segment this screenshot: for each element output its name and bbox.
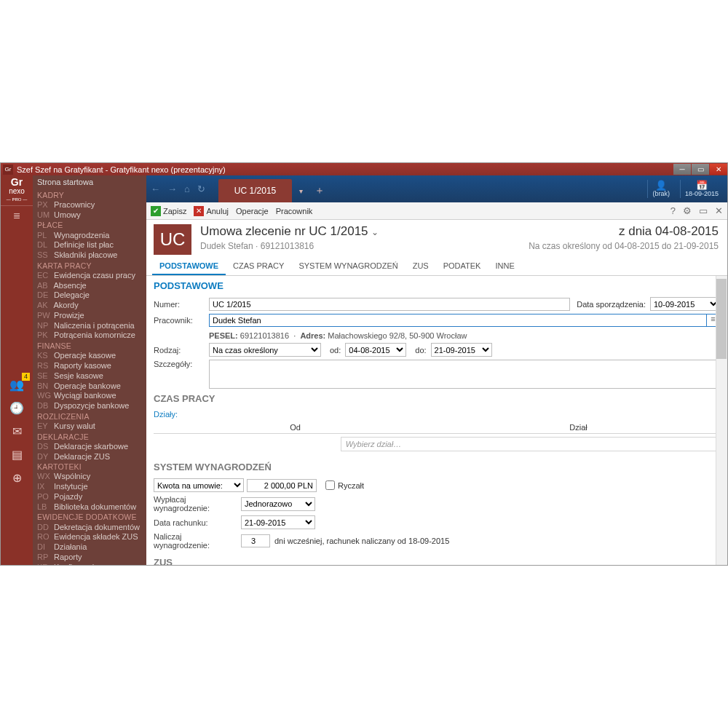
naliczaj-input[interactable] [241,534,270,547]
sidebar-item[interactable]: DI Działania [33,542,146,553]
doc-title[interactable]: Umowa zlecenie nr UC 1/2015 ⌄ [200,224,520,239]
nav-home-icon[interactable]: ⌂ [184,183,190,194]
tab-dropdown-icon[interactable]: ▾ [299,179,303,202]
scrollbar-track[interactable] [716,276,727,565]
nav-refresh-icon[interactable]: ↻ [197,183,205,194]
pracownik-label: Pracownik: [154,316,209,325]
window-close-button[interactable]: ✕ [710,164,727,175]
close-panel-icon[interactable]: ✕ [715,205,723,216]
inner-tab[interactable]: CZAS PRACY [226,258,291,275]
clock-icon[interactable]: 🕘 [5,397,28,418]
user-icon: 👤 [652,181,670,191]
od-date-select[interactable]: 04-08-2015 [345,343,406,357]
sidebar-item[interactable]: RO Ewidencja składek ZUS [33,532,146,542]
naliczaj-suffix: dni wcześniej, rachunek naliczany od 18-… [270,537,449,545]
pracownik-input[interactable] [209,314,707,327]
help-icon[interactable]: ? [670,205,676,216]
scrollbar-thumb[interactable] [716,279,727,359]
rodzaj-select[interactable]: Na czas określony [209,343,321,357]
hamburger-icon[interactable]: ≡ [1,205,33,226]
wyplacaj-select[interactable]: Jednorazowo [241,497,315,511]
employee-menu[interactable]: Pracownik [276,207,313,215]
logo-line1: Gr [11,176,23,188]
sidebar-item[interactable]: DL Definicje list płac [33,240,146,250]
szczegoly-textarea[interactable] [209,360,720,389]
inner-tab[interactable]: PODATEK [436,258,488,275]
inner-tab[interactable]: PODSTAWOWE [152,258,226,275]
sidebar-item[interactable]: LB Biblioteka dokumentów [33,502,146,513]
sidebar-item[interactable]: IX Instytucje [33,482,146,492]
sidebar-item[interactable]: AK Akordy [33,301,146,311]
save-button[interactable]: ✔Zapisz [151,206,186,216]
sidebar-item[interactable]: WG Wyciągi bankowe [33,391,146,401]
window-minimize-button[interactable]: ─ [673,164,691,175]
maximize-panel-icon[interactable]: ▭ [699,205,708,216]
inner-tab[interactable]: ZUS [405,258,436,275]
sidebar-item[interactable]: KS Operacje kasowe [33,351,146,361]
window-maximize-button[interactable]: ▭ [692,164,709,175]
sidebar-group: ROZLICZENIA [33,411,146,422]
kwota-type-select[interactable]: Kwota na umowie: [154,478,244,492]
cert-icon[interactable]: ▤ [5,444,28,464]
user-indicator[interactable]: 👤(brak) [647,180,674,198]
do-date-select[interactable]: 21-09-2015 [431,343,492,357]
gear-icon[interactable]: ⚙ [683,205,692,216]
sidebar-item[interactable]: PW Prowizje [33,311,146,321]
logo-line2: nexo [9,187,25,195]
szczegoly-label: Szczegóły: [154,360,209,368]
sidebar-item[interactable]: DS Deklaracje skarbowe [33,442,146,452]
tab-add-icon[interactable]: ＋ [314,179,325,202]
doc-type-badge: UC [154,224,191,255]
sidebar-group: DEKLARACJE [33,432,146,442]
ryczalt-checkbox[interactable] [325,480,335,490]
cancel-button[interactable]: ✕Anuluj [194,206,229,216]
sidebar-item[interactable]: PL Wynagrodzenia [33,231,146,241]
sidebar-item[interactable]: BN Operacje bankowe [33,381,146,392]
sidebar-group: KARTA PRACY [33,261,146,271]
sidebar-item[interactable]: RP Raporty [33,553,146,563]
sidebar-group: FINANSE [33,341,146,351]
numer-label: Numer: [154,300,209,309]
sidebar-item[interactable]: DY Deklaracje ZUS [33,452,146,462]
sidebar-item[interactable]: UM Umowy [33,210,146,221]
do-label: do: [406,346,430,355]
date-indicator[interactable]: 📅18-09-2015 [680,180,723,198]
sidebar-item[interactable]: NP Naliczenia i potrącenia [33,321,146,331]
sidebar-item[interactable]: AB Absencje [33,281,146,291]
kwota-input[interactable] [247,479,317,492]
chevron-down-icon: ⌄ [371,227,379,237]
sidebar-item[interactable]: PK Potrącenia komornicze [33,331,146,341]
sidebar-item[interactable]: PX Pracownicy [33,200,146,210]
app-icon: Gr [3,165,13,175]
operations-menu[interactable]: Operacje [236,207,269,215]
mail-icon[interactable]: ✉ [5,421,28,441]
sidebar-item[interactable]: KF Konfiguracja [33,563,146,566]
sidebar-item[interactable]: EY Kursy walut [33,422,146,432]
dzialy-link[interactable]: Działy: [154,410,178,419]
nav-fwd-icon[interactable]: → [167,183,177,194]
data-rach-select[interactable]: 21-09-2015 [241,515,315,529]
inner-tab[interactable]: SYSTEM WYNAGRODZEŃ [291,258,405,275]
sidebar-item[interactable]: SE Sesje kasowe [33,371,146,381]
people-icon[interactable]: 👥4 [5,374,28,395]
data-sporz-select[interactable]: 10-09-2015 [650,297,720,311]
numer-input[interactable] [209,298,570,311]
sidebar-item[interactable]: DE Delegacje [33,290,146,301]
add-module-icon[interactable]: ⊕ [5,467,28,488]
sidebar-item[interactable]: SS Składniki płacowe [33,250,146,261]
sidebar-item[interactable]: DB Dyspozycje bankowe [33,401,146,411]
sidebar-item[interactable]: RS Raporty kasowe [33,361,146,371]
sidebar-item[interactable]: DD Dekretacja dokumentów [33,523,146,533]
sidebar-item[interactable]: PO Pojazdy [33,492,146,502]
sidebar-item[interactable]: WX Wspólnicy [33,472,146,482]
inner-tabs: PODSTAWOWECZAS PRACYSYSTEM WYNAGRODZEŃZU… [146,258,727,276]
dzial-placeholder[interactable]: Wybierz dział… [341,437,720,451]
section-system-wynagrodzen: SYSTEM WYNAGRODZEŃ [154,462,720,472]
nav-back-icon[interactable]: ← [151,183,160,194]
document-tab[interactable]: UC 1/2015 [218,179,292,202]
document-header: UC Umowa zlecenie nr UC 1/2015 ⌄ Dudek S… [146,220,727,258]
sidebar-item[interactable]: EC Ewidencja czasu pracy [33,271,146,281]
sidebar-start[interactable]: Strona startowa [33,175,146,190]
col-dzial: Dział [437,422,720,434]
inner-tab[interactable]: INNE [488,258,521,275]
